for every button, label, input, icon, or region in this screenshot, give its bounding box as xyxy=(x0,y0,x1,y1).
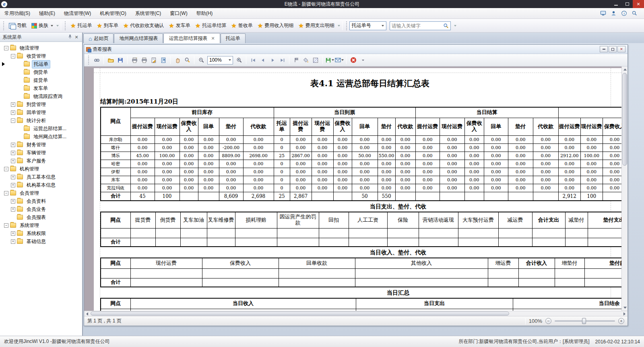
expand-icon[interactable]: + xyxy=(11,102,15,107)
collapse-icon[interactable]: − xyxy=(4,46,8,50)
favorites-overflow-icon[interactable] xyxy=(338,25,340,27)
export-icon[interactable] xyxy=(325,56,334,64)
bookmark-icon[interactable] xyxy=(292,56,301,64)
maximize-button[interactable] xyxy=(621,0,633,8)
zoom-slider[interactable] xyxy=(555,320,615,322)
zoom-out-icon[interactable] xyxy=(197,56,206,64)
tree-item-财务管理[interactable]: + 财务管理 xyxy=(0,141,82,149)
search-icon[interactable] xyxy=(443,23,449,29)
expand-icon[interactable]: + xyxy=(11,159,15,163)
scroll-up-icon[interactable] xyxy=(622,66,627,73)
email-icon[interactable] xyxy=(335,56,344,64)
collapse-icon[interactable]: − xyxy=(11,118,15,123)
tree-item-运营总部结算...[interactable]: 运营总部结算... xyxy=(0,125,82,133)
expand-icon[interactable]: + xyxy=(11,231,15,236)
search-category-dropdown[interactable]: 托运单号 xyxy=(349,21,386,30)
scroll-left-icon[interactable] xyxy=(84,311,90,316)
monitor-icon[interactable] xyxy=(599,10,607,17)
tree-item-客户服务[interactable]: + 客户服务 xyxy=(0,157,82,165)
print-icon[interactable] xyxy=(140,56,149,64)
close-button[interactable]: ✕ xyxy=(633,0,644,8)
page-setup-icon[interactable] xyxy=(149,56,158,64)
menu-item-2[interactable]: 物流管理(W) xyxy=(60,8,95,19)
favorite-button-5[interactable]: ★ 签收单 xyxy=(229,21,255,31)
open-icon[interactable] xyxy=(106,56,115,64)
print-dialog-icon[interactable]: ' xyxy=(130,56,139,64)
tree-item-发车单[interactable]: 发车单 xyxy=(0,84,82,92)
minimize-button[interactable] xyxy=(610,0,621,8)
pan-icon[interactable] xyxy=(173,56,182,64)
watermark-icon[interactable] xyxy=(311,56,320,64)
menu-item-4[interactable]: 系统管理(C) xyxy=(131,8,166,19)
scroll-right-icon[interactable] xyxy=(621,311,627,316)
next-page-icon[interactable] xyxy=(268,56,277,64)
stop-icon[interactable] xyxy=(349,56,358,64)
tree-item-系统权限[interactable]: + 系统权限 xyxy=(0,229,82,237)
zoom-level-dropdown[interactable]: 100% xyxy=(207,56,233,64)
close-icon[interactable]: ✕ xyxy=(73,35,80,40)
last-page-icon[interactable] xyxy=(278,56,287,64)
scroll-down-icon[interactable] xyxy=(622,305,627,311)
favorite-button-0[interactable]: ★ 托运单 xyxy=(68,21,94,31)
favorite-button-6[interactable]: ★ 费用收入明细 xyxy=(255,21,296,31)
favorite-button-2[interactable]: ★ 代收款收支确认 xyxy=(121,21,166,31)
menu-item-5[interactable]: 窗口(W) xyxy=(165,8,192,19)
tab-close-icon[interactable]: ✕ xyxy=(211,36,215,41)
horizontal-scrollbar[interactable] xyxy=(84,311,627,316)
zoom-slider-handle[interactable] xyxy=(582,318,586,324)
collapse-icon[interactable]: − xyxy=(4,223,8,228)
find-icon[interactable] xyxy=(92,56,101,64)
toolbar-overflow-icon[interactable] xyxy=(56,25,59,27)
report-maximize-button[interactable] xyxy=(609,46,617,52)
tree-item-会员业务[interactable]: + 会员业务 xyxy=(0,205,82,213)
report-minimize-button[interactable] xyxy=(600,46,608,52)
expand-icon[interactable]: + xyxy=(11,110,15,115)
favorite-button-7[interactable]: ★ 费用支出明细 xyxy=(296,21,336,31)
pin-icon[interactable] xyxy=(67,34,73,40)
zoom-in-icon[interactable] xyxy=(235,56,244,64)
favorite-button-4[interactable]: ★ 托运单结算 xyxy=(193,21,229,31)
tab-2[interactable]: 运营总部结算报表✕ xyxy=(163,33,220,43)
zoom-cursor-icon[interactable] xyxy=(183,56,192,64)
favorite-button-1[interactable]: ★ 到车单 xyxy=(94,21,120,31)
zoom-plus-icon[interactable] xyxy=(630,10,638,17)
collapse-icon[interactable]: − xyxy=(4,191,8,195)
expand-icon[interactable]: + xyxy=(11,239,15,244)
menu-item-6[interactable]: 帮助(H) xyxy=(192,8,217,19)
first-page-icon[interactable] xyxy=(249,56,258,64)
expand-icon[interactable]: + xyxy=(11,151,15,155)
expand-icon[interactable]: + xyxy=(11,207,15,212)
tree-item-员工基本信息[interactable]: + 员工基本信息 xyxy=(0,173,82,181)
tab-0[interactable]: ⌂起始页 xyxy=(83,33,114,43)
menu-item-3[interactable]: 机构管理(O) xyxy=(95,8,130,19)
collapse-icon[interactable]: − xyxy=(11,54,15,58)
zoom-in-button[interactable]: + xyxy=(618,318,624,324)
tree-item-倒货单[interactable]: 倒货单 xyxy=(0,68,82,76)
tree-item-物流跟踪查询[interactable]: 物流跟踪查询 xyxy=(0,92,82,100)
report-close-button[interactable]: ✕ xyxy=(617,46,625,52)
zoom-out-button[interactable]: − xyxy=(545,318,551,324)
contact-icon[interactable] xyxy=(609,10,617,17)
save-icon[interactable] xyxy=(116,56,125,64)
menu-item-0[interactable]: 常用功能(S) xyxy=(0,8,35,19)
horizontal-scroll-thumb[interactable] xyxy=(91,312,509,316)
collapse-icon[interactable]: − xyxy=(4,167,8,171)
tree-item-车辆管理[interactable]: + 车辆管理 xyxy=(0,149,82,157)
tree-item-收货管理[interactable]: − 收货管理 xyxy=(0,52,82,60)
tree-item-系统管理[interactable]: − 系统管理 xyxy=(0,221,82,229)
tree-item-会员资料[interactable]: + 会员资料 xyxy=(0,197,82,205)
tree-item-地州网点结算...[interactable]: 地州网点结算... xyxy=(0,133,82,141)
tree-item-基础信息[interactable]: + 基础信息 xyxy=(0,237,82,245)
print-scale-icon[interactable] xyxy=(159,56,168,64)
tree-item-物流管理[interactable]: − 物流管理 xyxy=(0,44,82,52)
tab-1[interactable]: 地州网点结算报表 xyxy=(114,33,163,43)
tab-3[interactable]: 托运单 xyxy=(221,33,246,43)
skin-button[interactable]: 换肤 xyxy=(29,21,56,30)
tree-item-机构基本信息[interactable]: + 机构基本信息 xyxy=(0,181,82,189)
vertical-scrollbar[interactable] xyxy=(621,66,627,311)
favorite-button-3[interactable]: ★ 发车单 xyxy=(166,21,192,31)
tree-item-提货单[interactable]: 提货单 xyxy=(0,76,82,84)
prev-page-icon[interactable] xyxy=(258,56,267,64)
info-icon[interactable]: i xyxy=(620,10,628,17)
tree-item-会员报表[interactable]: 会员报表 xyxy=(0,213,82,221)
